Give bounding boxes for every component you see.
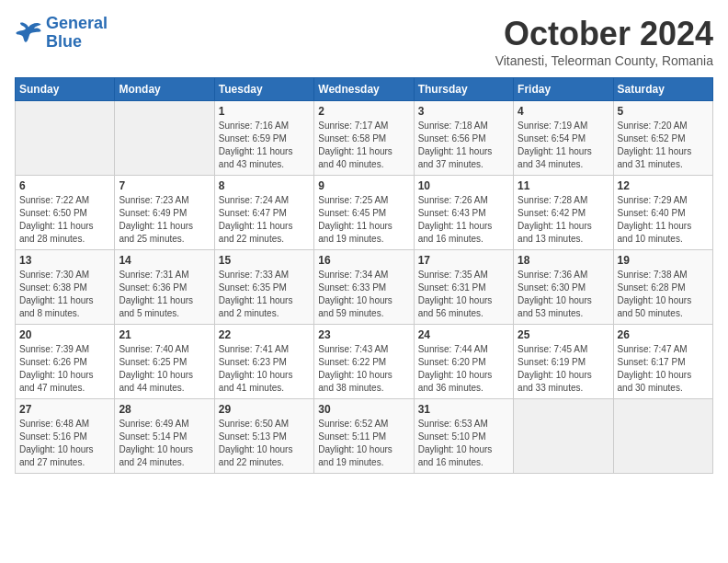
sunrise: Sunrise: 7:24 AM xyxy=(219,195,289,205)
day-info: Sunrise: 7:25 AM Sunset: 6:45 PM Dayligh… xyxy=(318,194,409,246)
sunset: Sunset: 6:52 PM xyxy=(618,133,686,144)
daylight: Daylight: 10 hours and 41 minutes. xyxy=(219,370,293,393)
sunset: Sunset: 6:17 PM xyxy=(618,357,686,367)
day-number: 18 xyxy=(518,254,609,267)
day-number: 30 xyxy=(318,403,409,416)
day-info: Sunrise: 7:30 AM Sunset: 6:38 PM Dayligh… xyxy=(19,269,110,320)
page-header: General Blue October 2024 Vitanesti, Tel… xyxy=(15,15,713,68)
day-info: Sunrise: 7:26 AM Sunset: 6:43 PM Dayligh… xyxy=(418,194,509,246)
daylight: Daylight: 11 hours and 37 minutes. xyxy=(418,146,493,169)
day-info: Sunrise: 7:41 AM Sunset: 6:23 PM Dayligh… xyxy=(219,343,310,395)
location: Vitanesti, Teleorman County, Romania xyxy=(495,53,713,68)
day-info: Sunrise: 7:34 AM Sunset: 6:33 PM Dayligh… xyxy=(318,269,409,320)
sunset: Sunset: 6:38 PM xyxy=(19,282,87,293)
calendar-body: 1 Sunrise: 7:16 AM Sunset: 6:59 PM Dayli… xyxy=(16,101,713,474)
calendar-cell: 21 Sunrise: 7:40 AM Sunset: 6:25 PM Dayl… xyxy=(115,325,214,399)
day-info: Sunrise: 7:22 AM Sunset: 6:50 PM Dayligh… xyxy=(19,194,110,246)
sunrise: Sunrise: 6:50 AM xyxy=(219,419,289,429)
day-info: Sunrise: 7:44 AM Sunset: 6:20 PM Dayligh… xyxy=(418,343,509,395)
sunrise: Sunrise: 7:40 AM xyxy=(119,344,188,354)
daylight: Daylight: 10 hours and 27 minutes. xyxy=(19,444,94,467)
daylight: Daylight: 11 hours and 43 minutes. xyxy=(219,146,293,169)
daylight: Daylight: 11 hours and 8 minutes. xyxy=(19,295,94,318)
calendar-cell: 28 Sunrise: 6:49 AM Sunset: 5:14 PM Dayl… xyxy=(115,399,214,474)
daylight: Daylight: 10 hours and 56 minutes. xyxy=(418,295,493,318)
calendar-cell: 7 Sunrise: 7:23 AM Sunset: 6:49 PM Dayli… xyxy=(115,176,214,250)
day-number: 11 xyxy=(518,179,609,192)
sunset: Sunset: 6:19 PM xyxy=(518,357,586,367)
day-info: Sunrise: 7:33 AM Sunset: 6:35 PM Dayligh… xyxy=(219,269,310,320)
sunrise: Sunrise: 7:41 AM xyxy=(219,344,289,354)
day-info: Sunrise: 6:50 AM Sunset: 5:13 PM Dayligh… xyxy=(219,418,310,469)
sunrise: Sunrise: 7:44 AM xyxy=(418,344,488,354)
sunset: Sunset: 6:49 PM xyxy=(119,208,187,218)
day-info: Sunrise: 7:24 AM Sunset: 6:47 PM Dayligh… xyxy=(219,194,310,246)
calendar-cell: 17 Sunrise: 7:35 AM Sunset: 6:31 PM Dayl… xyxy=(414,250,513,325)
sunrise: Sunrise: 7:47 AM xyxy=(618,344,688,354)
daylight: Daylight: 10 hours and 36 minutes. xyxy=(418,370,493,393)
day-number: 23 xyxy=(318,328,409,341)
day-info: Sunrise: 7:16 AM Sunset: 6:59 PM Dayligh… xyxy=(219,120,310,171)
day-number: 27 xyxy=(19,403,110,416)
sunrise: Sunrise: 7:16 AM xyxy=(219,121,289,131)
sunrise: Sunrise: 7:22 AM xyxy=(19,195,89,205)
calendar-cell: 15 Sunrise: 7:33 AM Sunset: 6:35 PM Dayl… xyxy=(214,250,313,325)
calendar-week-row: 1 Sunrise: 7:16 AM Sunset: 6:59 PM Dayli… xyxy=(16,101,713,176)
daylight: Daylight: 11 hours and 19 minutes. xyxy=(318,221,392,244)
sunrise: Sunrise: 7:28 AM xyxy=(518,195,587,205)
daylight: Daylight: 11 hours and 25 minutes. xyxy=(119,221,193,244)
day-number: 13 xyxy=(19,254,110,267)
daylight: Daylight: 10 hours and 24 minutes. xyxy=(119,444,193,467)
day-number: 2 xyxy=(318,105,409,118)
daylight: Daylight: 10 hours and 22 minutes. xyxy=(219,444,293,467)
sunrise: Sunrise: 7:26 AM xyxy=(418,195,488,205)
day-number: 19 xyxy=(618,254,709,267)
sunrise: Sunrise: 7:43 AM xyxy=(318,344,388,354)
sunset: Sunset: 6:40 PM xyxy=(618,208,686,218)
sunrise: Sunrise: 7:35 AM xyxy=(418,270,488,280)
day-info: Sunrise: 7:18 AM Sunset: 6:56 PM Dayligh… xyxy=(418,120,509,171)
sunset: Sunset: 6:54 PM xyxy=(518,133,586,144)
calendar-cell: 5 Sunrise: 7:20 AM Sunset: 6:52 PM Dayli… xyxy=(613,101,712,176)
day-number: 21 xyxy=(119,328,210,341)
day-info: Sunrise: 7:31 AM Sunset: 6:36 PM Dayligh… xyxy=(119,269,210,320)
sunset: Sunset: 6:28 PM xyxy=(618,282,686,293)
calendar-cell: 6 Sunrise: 7:22 AM Sunset: 6:50 PM Dayli… xyxy=(16,176,115,250)
daylight: Daylight: 10 hours and 30 minutes. xyxy=(618,370,692,393)
weekday-header: Monday xyxy=(115,78,214,101)
calendar-cell: 10 Sunrise: 7:26 AM Sunset: 6:43 PM Dayl… xyxy=(414,176,513,250)
sunrise: Sunrise: 7:20 AM xyxy=(618,121,688,131)
day-number: 17 xyxy=(418,254,509,267)
sunrise: Sunrise: 7:39 AM xyxy=(19,344,89,354)
day-number: 25 xyxy=(518,328,609,341)
day-info: Sunrise: 7:47 AM Sunset: 6:17 PM Dayligh… xyxy=(618,343,709,395)
calendar-cell: 16 Sunrise: 7:34 AM Sunset: 6:33 PM Dayl… xyxy=(314,250,414,325)
sunrise: Sunrise: 7:29 AM xyxy=(618,195,688,205)
day-number: 29 xyxy=(219,403,310,416)
weekday-header: Wednesday xyxy=(314,78,414,101)
day-info: Sunrise: 7:45 AM Sunset: 6:19 PM Dayligh… xyxy=(518,343,609,395)
sunset: Sunset: 5:11 PM xyxy=(318,431,386,442)
day-number: 26 xyxy=(618,328,709,341)
daylight: Daylight: 11 hours and 40 minutes. xyxy=(318,146,392,169)
day-info: Sunrise: 7:43 AM Sunset: 6:22 PM Dayligh… xyxy=(318,343,409,395)
sunrise: Sunrise: 7:17 AM xyxy=(318,121,388,131)
sunset: Sunset: 6:42 PM xyxy=(518,208,586,218)
sunrise: Sunrise: 7:19 AM xyxy=(518,121,587,131)
daylight: Daylight: 11 hours and 16 minutes. xyxy=(418,221,493,244)
sunrise: Sunrise: 6:49 AM xyxy=(119,419,188,429)
calendar-cell: 18 Sunrise: 7:36 AM Sunset: 6:30 PM Dayl… xyxy=(514,250,613,325)
daylight: Daylight: 10 hours and 44 minutes. xyxy=(119,370,193,393)
calendar-cell: 31 Sunrise: 6:53 AM Sunset: 5:10 PM Dayl… xyxy=(414,399,513,474)
daylight: Daylight: 10 hours and 33 minutes. xyxy=(518,370,592,393)
day-info: Sunrise: 7:39 AM Sunset: 6:26 PM Dayligh… xyxy=(19,343,110,395)
logo-text: General Blue xyxy=(46,15,108,52)
sunset: Sunset: 6:50 PM xyxy=(19,208,87,218)
calendar-cell: 22 Sunrise: 7:41 AM Sunset: 6:23 PM Dayl… xyxy=(214,325,313,399)
day-number: 3 xyxy=(418,105,509,118)
calendar-week-row: 13 Sunrise: 7:30 AM Sunset: 6:38 PM Dayl… xyxy=(16,250,713,325)
day-info: Sunrise: 7:35 AM Sunset: 6:31 PM Dayligh… xyxy=(418,269,509,320)
day-info: Sunrise: 6:52 AM Sunset: 5:11 PM Dayligh… xyxy=(318,418,409,469)
sunset: Sunset: 6:26 PM xyxy=(19,357,87,367)
daylight: Daylight: 11 hours and 5 minutes. xyxy=(119,295,193,318)
